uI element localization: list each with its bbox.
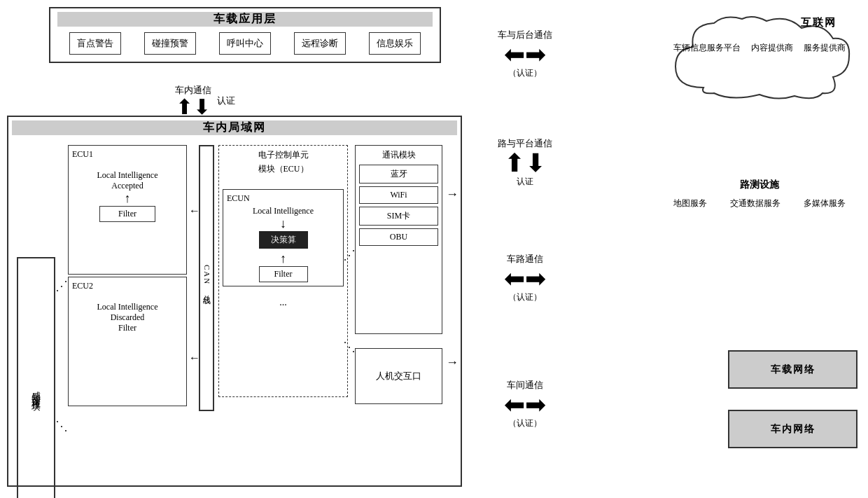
app-item-call: 呼叫中心 <box>219 32 271 55</box>
black-box: 决策算 <box>259 231 308 249</box>
ecun-more: ... <box>223 297 344 308</box>
inner-comm-area: 车内通信 ⬆⬇ 认证 <box>175 84 235 118</box>
ecun-arrow-down: ↓ <box>227 216 340 231</box>
inner-comm-arrow: 车内通信 ⬆⬇ <box>175 84 211 118</box>
hmi-label: 人机交互口 <box>376 369 421 383</box>
app-item-collision: 碰撞预警 <box>144 32 196 55</box>
ecu1-label: ECU1 <box>72 149 183 160</box>
ecu1-accepted: Accepted <box>72 181 183 191</box>
roadside-services: 地图服务 交通数据服务 多媒体服务 <box>662 197 858 209</box>
internet-item-service: 服务提供商 <box>804 42 846 54</box>
ecu1-box: ECU1 Local Intelligence Accepted ↑ Filte… <box>68 145 187 275</box>
ecun-filter-label: Filter <box>274 269 293 279</box>
internet-cloud-area: 互联网 车辆信息服务平台 内容提供商 服务提供商 <box>662 11 858 102</box>
road-platform-area: 路与平台通信 ⬆⬇ 认证 <box>476 137 574 188</box>
app-item-info: 信息娱乐 <box>369 32 421 55</box>
car-backend-auth: （认证） <box>476 67 574 79</box>
car-network1-box: 车载网络 <box>728 350 858 389</box>
comm-item-bt: 蓝牙 <box>359 165 438 184</box>
can-bus-label: CAN 总线 <box>202 265 212 291</box>
app-layer-box: 车载应用层 盲点警告 碰撞预警 呼叫中心 远程诊断 信息娱乐 <box>49 7 441 63</box>
roadside-area: 路测设施 地图服务 交通数据服务 多媒体服务 <box>662 179 858 209</box>
inner-comm-arrow-icon: ⬆⬇ <box>176 97 211 118</box>
app-item-remote: 远程诊断 <box>294 32 346 55</box>
ecu1-filter-box: Filter <box>99 206 155 222</box>
slash-right-bottom: ⋱ <box>343 339 356 354</box>
car-inter-auth: （认证） <box>476 417 574 429</box>
ecu-module-subtitle: 模块（ECU） <box>223 163 344 175</box>
black-box-label: 决策算 <box>271 235 296 244</box>
comm-module-title: 通讯模块 <box>359 149 438 161</box>
internet-title: 互联网 <box>801 16 836 29</box>
car-road-area: 车路通信 ⬅➡ （认证） <box>476 252 574 303</box>
ecun-arrow-up: ↑ <box>227 251 340 266</box>
car-road-arrow: ⬅➡ <box>476 266 574 291</box>
car-road-auth: （认证） <box>476 291 574 303</box>
hmi-arrow-right1: → <box>446 355 458 370</box>
ecu-module-title: 电子控制单元 <box>223 149 344 161</box>
internet-item-car: 车辆信息服务平台 <box>673 42 741 54</box>
road-platform-label: 路与平台通信 <box>476 137 574 151</box>
slash-left: ⋰ <box>55 278 68 293</box>
inner-network-box: 车内局域网 感知设备模块 ⋰ ⋱ ECU1 Local Intelligence… <box>7 116 462 487</box>
ecu2-discarded: Discarded <box>72 312 183 323</box>
inner-network-title: 车内局域网 <box>12 120 457 135</box>
comm-arrow-right1: → <box>446 187 458 202</box>
ecu1-local-intel: Local Intelligence <box>72 170 183 181</box>
ecu2-box: ECU2 Local Intelligence Discarded Filter <box>68 277 187 406</box>
ecu2-filter-text: Filter <box>72 323 183 333</box>
car-inter-label: 车间通信 <box>476 378 574 392</box>
perception-label: 感知设备模块 <box>30 384 43 396</box>
car-backend-arrow: ⬅➡ <box>476 42 574 67</box>
car-road-label: 车路通信 <box>476 252 574 266</box>
roadside-title: 路测设施 <box>662 179 858 191</box>
ecu1-area: ECU1 Local Intelligence Accepted ↑ Filte… <box>68 145 187 406</box>
road-platform-auth: 认证 <box>476 176 574 188</box>
can-bus-box: CAN 总线 <box>199 145 214 411</box>
roadside-service-2: 多媒体服务 <box>804 197 846 209</box>
car-inter-area: 车间通信 ⬅➡ （认证） <box>476 378 574 429</box>
app-layer-title: 车载应用层 <box>57 12 433 27</box>
car-network2-label: 车内网络 <box>771 423 816 436</box>
internet-item-content: 内容提供商 <box>751 42 793 54</box>
ecu1-arrow-up: ↑ <box>72 191 183 206</box>
car-backend-label: 车与后台通信 <box>476 28 574 42</box>
roadside-service-1: 交通数据服务 <box>730 197 780 209</box>
ecun-local-intel: Local Intelligence <box>227 206 340 216</box>
car-network1-label: 车载网络 <box>771 364 816 376</box>
comm-module-box: 通讯模块 蓝牙 WiFi SIM卡 OBU <box>355 145 442 334</box>
app-item-blind: 盲点警告 <box>69 32 121 55</box>
perception-box: 感知设备模块 <box>17 257 55 498</box>
slash-right-top: ⋰ <box>343 247 356 263</box>
slash-left2: ⋱ <box>55 418 68 434</box>
right-section: 互联网 车辆信息服务平台 内容提供商 服务提供商 车与后台通信 ⬅➡ （认证） … <box>469 7 861 490</box>
app-layer-items: 盲点警告 碰撞预警 呼叫中心 远程诊断 信息娱乐 <box>57 32 433 55</box>
inner-comm-auth: 认证 <box>217 95 235 107</box>
ecun-label: ECUN <box>227 193 340 204</box>
ecun-filter-box: Filter <box>259 266 308 282</box>
internet-items: 车辆信息服务平台 内容提供商 服务提供商 <box>668 42 850 54</box>
comm-item-wifi: WiFi <box>359 186 438 204</box>
ecun-inner-box: ECUN Local Intelligence ↓ 决策算 ↑ Filter <box>223 189 344 286</box>
car-network2-box: 车内网络 <box>728 410 858 448</box>
road-platform-arrow: ⬆⬇ <box>476 151 574 176</box>
hmi-box: 人机交互口 <box>355 348 442 404</box>
car-backend-area: 车与后台通信 ⬅➡ （认证） <box>476 28 574 79</box>
car-inter-arrow: ⬅➡ <box>476 392 574 417</box>
comm-item-sim: SIM卡 <box>359 207 438 226</box>
ecu2-label: ECU2 <box>72 281 183 291</box>
ecu-module-area: 电子控制单元 模块（ECU） ECUN Local Intelligence ↓… <box>218 145 348 397</box>
ecu1-filter-label: Filter <box>118 209 136 219</box>
roadside-service-0: 地图服务 <box>673 197 707 209</box>
ecu2-local-intel: Local Intelligence <box>72 302 183 312</box>
comm-item-obu: OBU <box>359 228 438 246</box>
